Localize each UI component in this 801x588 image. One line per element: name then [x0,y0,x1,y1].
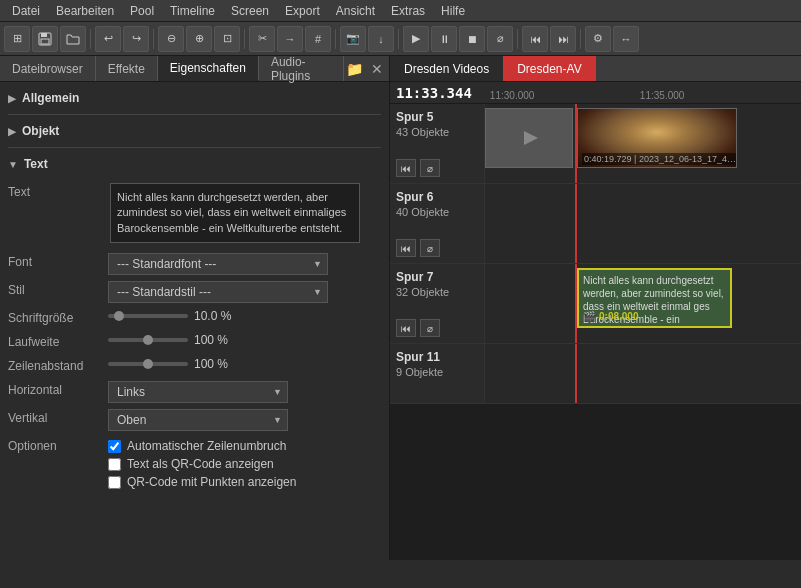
toolbar-sep-3 [244,29,245,49]
track-mute-btn-spur7[interactable]: ⌀ [420,319,440,337]
main-layout: Dateibrowser Effekte Eigenschaften Audio… [0,56,801,560]
toolbar-zoom-out[interactable]: ⊖ [158,26,184,52]
ruler-mark-2: 11:35.000 [640,90,685,101]
toolbar-pause[interactable]: ⏸ [431,26,457,52]
panel-folder-icon[interactable]: 📁 [344,59,365,79]
zeilen-slider[interactable] [108,362,188,366]
timeline-ruler: 11:33.344 11:30.000 11:35.000 [390,82,801,104]
track-mute-btn-spur5[interactable]: ⌀ [420,159,440,177]
toolbar-ripple[interactable]: → [277,26,303,52]
toolbar-magnet[interactable]: # [305,26,331,52]
track-content-spur6[interactable] [485,184,801,263]
video-clip-spur5-left[interactable] [485,108,573,168]
optionen-label: Optionen [8,437,108,453]
text-textarea[interactable]: Nicht alles kann durchgesetzt werden, ab… [110,183,360,243]
prop-stil-row: Stil --- Standardstil --- [0,278,389,306]
toolbar-screenshot[interactable]: 📷 [340,26,366,52]
playhead [575,104,577,183]
toolbar-arrow-down[interactable]: ↓ [368,26,394,52]
menu-timeline[interactable]: Timeline [162,2,223,20]
toolbar-open[interactable] [60,26,86,52]
font-value: --- Standardfont --- [108,253,381,275]
toolbar-circle[interactable]: ⌀ [487,26,513,52]
toolbar-redo[interactable]: ↪ [123,26,149,52]
lauf-value: 100 % [108,333,381,347]
checkbox-row-1: Automatischer Zeilenumbruch [108,437,381,455]
toolbar-settings[interactable]: ⚙ [585,26,611,52]
prop-text-row: Text Nicht alles kann durchgesetzt werde… [0,180,389,246]
section-allgemein-label: Allgemein [22,91,79,105]
toolbar-new[interactable]: ⊞ [4,26,30,52]
toolbar-fit[interactable]: ⊡ [214,26,240,52]
svg-rect-1 [41,33,47,37]
checkbox-qrcode-punkte[interactable] [108,476,121,489]
track-content-spur11[interactable] [485,344,801,403]
svg-marker-3 [524,131,538,145]
toolbar-expand[interactable]: ↔ [613,26,639,52]
menu-export[interactable]: Export [277,2,328,20]
tab-eigenschaften[interactable]: Eigenschaften [158,56,259,81]
track-skip-btn-spur7[interactable]: ⏮ [396,319,416,337]
checkbox-zeilenumbruch[interactable] [108,440,121,453]
section-objekt-label: Objekt [22,124,59,138]
text-clip-spur7[interactable]: Nicht alles kann durchgesetzt werden, ab… [577,268,732,328]
toolbar-stop[interactable]: ⏹ [459,26,485,52]
playhead-spur7 [575,264,577,343]
track-objects-spur5: 43 Objekte [396,126,478,138]
timeline-tab-av[interactable]: Dresden-AV [503,56,595,81]
toolbar-undo[interactable]: ↩ [95,26,121,52]
toolbar-cut[interactable]: ✂ [249,26,275,52]
toolbar-zoom-in[interactable]: ⊕ [186,26,212,52]
track-content-spur5[interactable]: 0:40:19.729 | 2023_12_06-13_17_47-EOS R5… [485,104,801,183]
toolbar-save[interactable] [32,26,58,52]
tab-effekte[interactable]: Effekte [96,56,158,81]
checkbox-qrcode[interactable] [108,458,121,471]
track-mute-btn-spur6[interactable]: ⌀ [420,239,440,257]
right-panel: Dresden Videos Dresden-AV 11:33.344 11:3… [390,56,801,560]
track-skip-btn-spur5[interactable]: ⏮ [396,159,416,177]
track-header-spur7: Spur 7 32 Objekte ⏮ ⌀ [390,264,485,343]
toolbar-skip-fwd[interactable]: ⏭ [550,26,576,52]
menu-bearbeiten[interactable]: Bearbeiten [48,2,122,20]
tab-dateibrowser[interactable]: Dateibrowser [0,56,96,81]
panel-close-icon[interactable]: ✕ [369,59,385,79]
track-name-spur11: Spur 11 [396,350,478,364]
vertikal-value: Oben [108,409,381,431]
text-label: Text [8,183,108,199]
menu-pool[interactable]: Pool [122,2,162,20]
tab-audioplugins[interactable]: Audio-Plugins [259,56,344,81]
vertikal-dropdown[interactable]: Oben [108,409,288,431]
section-objekt-header[interactable]: ▶ Objekt [0,119,389,143]
track-controls-spur5: ⏮ ⌀ [396,159,478,177]
menu-extras[interactable]: Extras [383,2,433,20]
toolbar-sep-2 [153,29,154,49]
video-clip-spur5-right[interactable]: 0:40:19.729 | 2023_12_06-13_17_47-EOS R5… [577,108,737,168]
horizontal-value: Links [108,381,381,403]
stil-label: Stil [8,281,108,297]
prop-schrift-row: Schriftgröße 10.0 % [0,306,389,330]
track-header-spur11: Spur 11 9 Objekte [390,344,485,403]
timeline-body: Spur 5 43 Objekte ⏮ ⌀ [390,104,801,560]
track-content-spur7[interactable]: Nicht alles kann durchgesetzt werden, ab… [485,264,801,343]
font-dropdown[interactable]: --- Standardfont --- [108,253,328,275]
timeline-tab-videos[interactable]: Dresden Videos [390,56,503,81]
menu-hilfe[interactable]: Hilfe [433,2,473,20]
track-spur7: Spur 7 32 Objekte ⏮ ⌀ Nicht alles kann d… [390,264,801,344]
stil-dropdown[interactable]: --- Standardstil --- [108,281,328,303]
toolbar-sep-4 [335,29,336,49]
menu-ansicht[interactable]: Ansicht [328,2,383,20]
section-allgemein-header[interactable]: ▶ Allgemein [0,86,389,110]
properties-panel: ▶ Allgemein ▶ Objekt ▼ Text Text N [0,82,389,560]
toolbar-play[interactable]: ▶ [403,26,429,52]
zeilen-label: Zeilenabstand [8,357,108,373]
track-name-spur7: Spur 7 [396,270,478,284]
menu-datei[interactable]: Datei [4,2,48,20]
lauf-slider[interactable] [108,338,188,342]
menu-screen[interactable]: Screen [223,2,277,20]
track-skip-btn-spur6[interactable]: ⏮ [396,239,416,257]
toolbar-skip-back[interactable]: ⏮ [522,26,548,52]
schrift-slider[interactable] [108,314,188,318]
horizontal-dropdown[interactable]: Links [108,381,288,403]
section-text-header[interactable]: ▼ Text [0,152,389,176]
track-list: Spur 5 43 Objekte ⏮ ⌀ [390,104,801,560]
